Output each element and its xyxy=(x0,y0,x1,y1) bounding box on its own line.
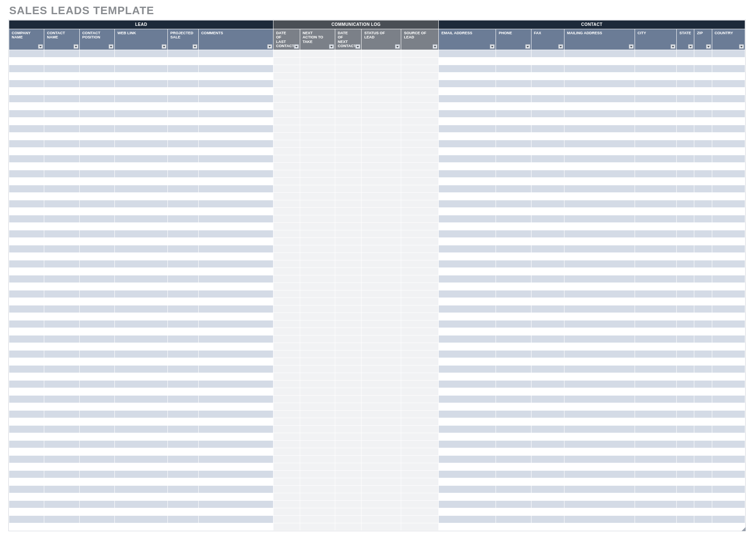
cell-source[interactable] xyxy=(401,343,439,351)
cell-state[interactable] xyxy=(677,373,694,381)
cell-country[interactable] xyxy=(712,351,745,358)
cell-state[interactable] xyxy=(677,328,694,335)
cell-contact_name[interactable] xyxy=(44,88,79,95)
cell-email[interactable] xyxy=(439,478,496,486)
cell-city[interactable] xyxy=(635,95,676,103)
cell-mailing[interactable] xyxy=(564,471,635,478)
cell-date_next[interactable] xyxy=(335,290,362,298)
cell-projected_sale[interactable] xyxy=(167,268,198,275)
cell-fax[interactable] xyxy=(531,133,564,140)
cell-status[interactable] xyxy=(362,253,401,260)
cell-source[interactable] xyxy=(401,238,439,245)
cell-source[interactable] xyxy=(401,73,439,80)
cell-comments[interactable] xyxy=(198,155,273,163)
cell-next_action[interactable] xyxy=(300,260,335,268)
cell-zip[interactable] xyxy=(694,366,712,373)
cell-comments[interactable] xyxy=(198,73,273,80)
cell-contact_name[interactable] xyxy=(44,471,79,478)
cell-source[interactable] xyxy=(401,163,439,170)
cell-contact_name[interactable] xyxy=(44,140,79,148)
cell-email[interactable] xyxy=(439,245,496,253)
cell-projected_sale[interactable] xyxy=(167,328,198,335)
cell-zip[interactable] xyxy=(694,260,712,268)
cell-city[interactable] xyxy=(635,426,676,433)
cell-comments[interactable] xyxy=(198,433,273,441)
cell-company_name[interactable] xyxy=(9,185,44,193)
cell-source[interactable] xyxy=(401,381,439,388)
cell-fax[interactable] xyxy=(531,118,564,125)
cell-city[interactable] xyxy=(635,373,676,381)
cell-state[interactable] xyxy=(677,208,694,215)
cell-fax[interactable] xyxy=(531,501,564,508)
cell-email[interactable] xyxy=(439,238,496,245)
cell-comments[interactable] xyxy=(198,65,273,73)
cell-projected_sale[interactable] xyxy=(167,163,198,170)
cell-fax[interactable] xyxy=(531,268,564,275)
cell-country[interactable] xyxy=(712,478,745,486)
cell-email[interactable] xyxy=(439,118,496,125)
cell-city[interactable] xyxy=(635,163,676,170)
cell-next_action[interactable] xyxy=(300,463,335,471)
cell-date_last[interactable] xyxy=(273,223,300,230)
cell-source[interactable] xyxy=(401,441,439,448)
cell-mailing[interactable] xyxy=(564,290,635,298)
cell-projected_sale[interactable] xyxy=(167,95,198,103)
cell-mailing[interactable] xyxy=(564,193,635,200)
cell-contact_position[interactable] xyxy=(79,133,114,140)
cell-date_last[interactable] xyxy=(273,88,300,95)
cell-contact_name[interactable] xyxy=(44,486,79,493)
cell-phone[interactable] xyxy=(496,335,531,343)
cell-projected_sale[interactable] xyxy=(167,260,198,268)
cell-source[interactable] xyxy=(401,283,439,290)
cell-state[interactable] xyxy=(677,268,694,275)
cell-status[interactable] xyxy=(362,103,401,110)
cell-contact_position[interactable] xyxy=(79,95,114,103)
cell-fax[interactable] xyxy=(531,493,564,501)
cell-next_action[interactable] xyxy=(300,351,335,358)
cell-contact_position[interactable] xyxy=(79,185,114,193)
cell-date_last[interactable] xyxy=(273,215,300,223)
cell-next_action[interactable] xyxy=(300,223,335,230)
cell-phone[interactable] xyxy=(496,268,531,275)
cell-next_action[interactable] xyxy=(300,140,335,148)
cell-source[interactable] xyxy=(401,245,439,253)
cell-mailing[interactable] xyxy=(564,343,635,351)
cell-zip[interactable] xyxy=(694,373,712,381)
cell-phone[interactable] xyxy=(496,223,531,230)
cell-comments[interactable] xyxy=(198,396,273,403)
cell-phone[interactable] xyxy=(496,283,531,290)
cell-contact_name[interactable] xyxy=(44,103,79,110)
cell-email[interactable] xyxy=(439,508,496,516)
cell-company_name[interactable] xyxy=(9,193,44,200)
cell-contact_name[interactable] xyxy=(44,148,79,155)
cell-state[interactable] xyxy=(677,501,694,508)
cell-source[interactable] xyxy=(401,320,439,328)
cell-date_next[interactable] xyxy=(335,381,362,388)
column-header-status[interactable]: STATUS OF LEAD xyxy=(362,29,401,50)
cell-email[interactable] xyxy=(439,140,496,148)
cell-date_last[interactable] xyxy=(273,486,300,493)
cell-date_next[interactable] xyxy=(335,343,362,351)
cell-company_name[interactable] xyxy=(9,463,44,471)
cell-contact_position[interactable] xyxy=(79,118,114,125)
cell-email[interactable] xyxy=(439,463,496,471)
cell-date_last[interactable] xyxy=(273,508,300,516)
cell-mailing[interactable] xyxy=(564,433,635,441)
cell-date_next[interactable] xyxy=(335,140,362,148)
cell-comments[interactable] xyxy=(198,80,273,88)
cell-contact_name[interactable] xyxy=(44,268,79,275)
cell-phone[interactable] xyxy=(496,388,531,396)
cell-zip[interactable] xyxy=(694,478,712,486)
cell-contact_name[interactable] xyxy=(44,441,79,448)
cell-fax[interactable] xyxy=(531,373,564,381)
cell-state[interactable] xyxy=(677,215,694,223)
cell-phone[interactable] xyxy=(496,343,531,351)
cell-email[interactable] xyxy=(439,501,496,508)
cell-mailing[interactable] xyxy=(564,73,635,80)
cell-fax[interactable] xyxy=(531,523,564,531)
cell-date_next[interactable] xyxy=(335,268,362,275)
cell-country[interactable] xyxy=(712,343,745,351)
column-header-fax[interactable]: FAX xyxy=(531,29,564,50)
cell-mailing[interactable] xyxy=(564,478,635,486)
cell-contact_position[interactable] xyxy=(79,80,114,88)
